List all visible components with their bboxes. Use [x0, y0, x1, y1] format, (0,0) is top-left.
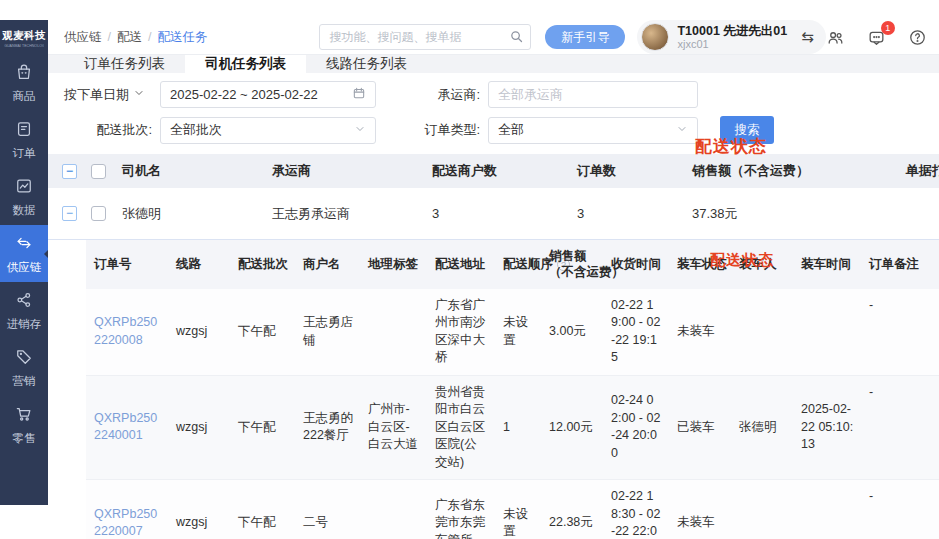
carrier-label: 承运商:	[376, 86, 480, 104]
select-all-checkbox[interactable]	[91, 164, 106, 179]
order-type-value: 全部	[498, 121, 524, 139]
user-name: T10001 先进先出01	[677, 24, 787, 38]
carrier-name: 王志勇承运商	[270, 205, 430, 223]
tag-icon	[14, 347, 34, 371]
user-chip[interactable]: T10001 先进先出01 xjxc01 ⇆	[637, 20, 825, 54]
sidebar-item-label: 零售	[13, 431, 36, 446]
col-receive-time: 收货时间	[603, 240, 669, 289]
breadcrumb-delivery-tasks[interactable]: 配送任务	[157, 29, 207, 46]
order-no-link[interactable]: QXRPb2502220007	[86, 480, 168, 539]
col-batch: 配送批次	[230, 240, 295, 289]
route: wzgsj	[168, 376, 230, 480]
sidebar-item-marketing[interactable]: 营销	[0, 339, 48, 396]
loader	[731, 480, 793, 539]
print-icon[interactable]	[840, 203, 939, 224]
driver-table-header: − 司机名 承运商 配送商户数 订单数 销售额（不含运费） 单据打印	[48, 154, 939, 188]
merchant-count: 3	[430, 206, 575, 221]
global-search-input[interactable]	[319, 24, 531, 50]
order-row: QXRPb2502220007 wzgsj 下午配 二号 广东省东莞市东莞车管所…	[86, 480, 939, 539]
load-status: 未装车	[669, 289, 731, 375]
remark: -	[861, 289, 939, 375]
carrier-placeholder: 全部承运商	[498, 86, 563, 104]
order-no-link[interactable]: QXRPb2502220008	[86, 289, 168, 375]
user-account: xjxc01	[677, 38, 787, 50]
tab-order-tasks[interactable]: 订单任务列表	[64, 55, 185, 73]
contacts-icon[interactable]	[826, 28, 845, 47]
col-order-count: 订单数	[575, 162, 690, 180]
driver-table: − 司机名 承运商 配送商户数 订单数 销售额（不含运费） 单据打印 − 张德明	[48, 154, 939, 240]
sidebar-item-retail[interactable]: 零售	[0, 396, 48, 453]
date-mode-label: 按下单日期	[64, 86, 129, 104]
col-loader: 装车人	[731, 240, 793, 289]
filter-row-2: 配送批次: 全部批次 订单类型: 全部 搜索	[64, 116, 939, 144]
amount: 12.00元	[541, 376, 603, 480]
route: wzgsj	[168, 289, 230, 375]
loader: 张德明	[731, 376, 793, 480]
merchant: 王志勇店铺	[295, 289, 360, 375]
messages-icon[interactable]: 1	[867, 28, 886, 47]
sidebar-item-label: 订单	[13, 146, 36, 161]
sidebar-item-orders[interactable]: 订单	[0, 111, 48, 168]
seq: 未设置	[495, 289, 541, 375]
global-search	[319, 24, 531, 50]
search-button[interactable]: 搜索	[720, 116, 774, 144]
load-time	[793, 289, 861, 375]
order-table-wrap: 订单号 线路 配送批次 商户名 地理标签 配送地址 配送顺序? 销售额（不含运费…	[48, 240, 939, 539]
sidebar-item-products[interactable]: 商品	[0, 54, 48, 111]
col-load-time: 装车时间	[793, 240, 861, 289]
address: 广东省广州市南沙区深中大桥	[427, 289, 495, 375]
switch-account-icon[interactable]: ⇆	[801, 28, 814, 46]
chevron-down-icon	[133, 87, 145, 102]
date-mode-dropdown[interactable]: 按下单日期	[64, 86, 160, 104]
col-merchant: 商户名	[295, 240, 360, 289]
breadcrumb-supply-chain[interactable]: 供应链	[64, 29, 102, 46]
date-range-input[interactable]: 2025-02-22 ~ 2025-02-22	[160, 81, 376, 108]
newbie-guide-button[interactable]: 新手引导	[545, 25, 625, 49]
tab-driver-tasks[interactable]: 司机任务列表	[185, 55, 306, 73]
remark: -	[861, 376, 939, 480]
collapse-row-toggle[interactable]: −	[62, 206, 77, 221]
sidebar-item-inventory[interactable]: 进销存	[0, 282, 48, 339]
cart-icon	[14, 404, 34, 428]
batch-label: 配送批次:	[64, 121, 152, 139]
app-logo: 观麦科技 GUANMAI TECHNOLOGY	[0, 20, 48, 54]
col-address: 配送地址	[427, 240, 495, 289]
breadcrumb-delivery[interactable]: 配送	[117, 29, 142, 46]
amount: 3.00元	[541, 289, 603, 375]
sales-amount: 37.38元	[690, 205, 840, 223]
receive-time: 02-22 18:30 - 02-22 22:00	[603, 480, 669, 539]
filter-row-1: 按下单日期 2025-02-22 ~ 2025-02-22 承运商: 全部承运商	[64, 81, 939, 108]
route: wzgsj	[168, 480, 230, 539]
driver-name: 张德明	[120, 205, 270, 223]
main-area: 供应链 / 配送 / 配送任务 新手引导 T10001 先进先出01 xjxc0…	[48, 20, 939, 505]
merchant: 二号	[295, 480, 360, 539]
load-time: 2025-02-22 05:10:13	[793, 376, 861, 480]
row-checkbox[interactable]	[91, 206, 106, 221]
task-tabs: 订单任务列表 司机任务列表 线路任务列表	[48, 55, 939, 73]
batch: 下午配	[230, 376, 295, 480]
sidebar-item-data[interactable]: 数据	[0, 168, 48, 225]
address: 贵州省贵阳市白云区白云区医院(公交站)	[427, 376, 495, 480]
sidebar-item-label: 供应链	[7, 260, 42, 275]
sidebar-item-supply-chain[interactable]: 供应链	[0, 225, 48, 282]
chevron-down-icon	[676, 123, 688, 138]
tab-route-tasks[interactable]: 线路任务列表	[306, 55, 427, 73]
topbar: 供应链 / 配送 / 配送任务 新手引导 T10001 先进先出01 xjxc0…	[48, 20, 939, 55]
order-table-header: 订单号 线路 配送批次 商户名 地理标签 配送地址 配送顺序? 销售额（不含运费…	[86, 240, 939, 289]
sidebar-item-label: 数据	[13, 203, 36, 218]
help-icon[interactable]	[908, 28, 927, 47]
chart-line-icon	[14, 176, 34, 200]
loader	[731, 289, 793, 375]
sidebar-item-label: 营销	[13, 374, 36, 389]
order-type-select[interactable]: 全部	[488, 117, 698, 144]
collapse-all-toggle[interactable]: −	[62, 164, 77, 179]
bag-icon	[14, 62, 34, 86]
batch: 下午配	[230, 289, 295, 375]
order-no-link[interactable]: QXRPb2502240001	[86, 376, 168, 480]
batch-select[interactable]: 全部批次	[160, 117, 376, 144]
load-time	[793, 480, 861, 539]
geo-tag	[360, 480, 427, 539]
search-icon[interactable]	[509, 29, 524, 48]
carrier-input[interactable]: 全部承运商	[488, 81, 698, 108]
col-sales: 销售额（不含运费）	[690, 162, 840, 180]
